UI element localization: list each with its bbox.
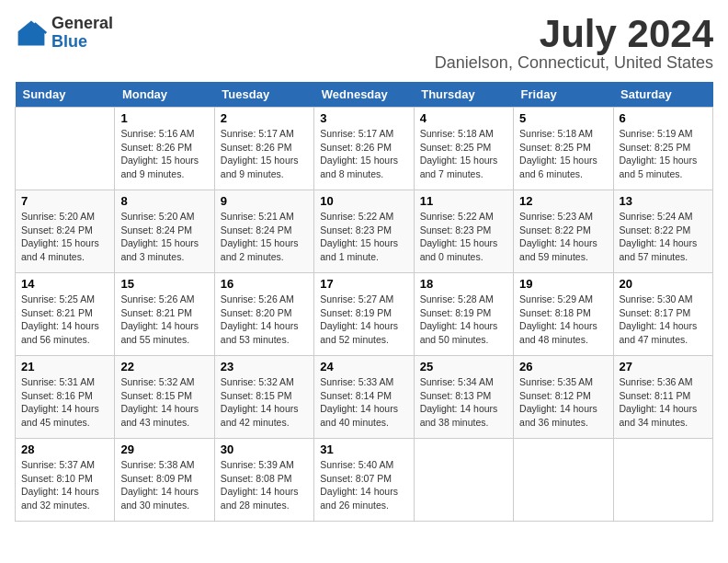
- day-number: 28: [21, 442, 108, 456]
- svg-marker-0: [18, 20, 45, 45]
- day-number: 13: [620, 194, 707, 208]
- day-info: Sunrise: 5:32 AM Sunset: 8:15 PM Dayligh…: [221, 375, 308, 430]
- calendar-cell: 12Sunrise: 5:23 AM Sunset: 8:22 PM Dayli…: [514, 190, 613, 273]
- calendar-cell: 18Sunrise: 5:28 AM Sunset: 8:19 PM Dayli…: [414, 273, 513, 356]
- calendar-cell: 22Sunrise: 5:32 AM Sunset: 8:15 PM Dayli…: [115, 356, 214, 439]
- calendar-cell: 27Sunrise: 5:36 AM Sunset: 8:11 PM Dayli…: [613, 356, 712, 439]
- day-number: 29: [120, 442, 208, 456]
- calendar-cell: 8Sunrise: 5:20 AM Sunset: 8:24 PM Daylig…: [115, 190, 214, 273]
- calendar-cell: 30Sunrise: 5:39 AM Sunset: 8:08 PM Dayli…: [214, 439, 313, 522]
- day-number: 21: [21, 360, 108, 373]
- day-number: 20: [620, 277, 707, 291]
- calendar-week-4: 28Sunrise: 5:37 AM Sunset: 8:10 PM Dayli…: [16, 439, 713, 522]
- day-info: Sunrise: 5:39 AM Sunset: 8:08 PM Dayligh…: [221, 458, 308, 512]
- month-title: July 2024: [435, 15, 713, 53]
- calendar-cell: 31Sunrise: 5:40 AM Sunset: 8:07 PM Dayli…: [314, 439, 414, 522]
- day-number: 14: [21, 277, 108, 291]
- calendar-header-friday: Friday: [514, 82, 613, 108]
- logo-blue-text: Blue: [51, 33, 113, 52]
- day-info: Sunrise: 5:32 AM Sunset: 8:15 PM Dayligh…: [120, 375, 208, 430]
- day-number: 8: [120, 194, 208, 208]
- calendar-header-row: SundayMondayTuesdayWednesdayThursdayFrid…: [16, 82, 713, 108]
- day-info: Sunrise: 5:17 AM Sunset: 8:26 PM Dayligh…: [320, 127, 407, 181]
- calendar-cell: [414, 439, 513, 522]
- calendar-header-wednesday: Wednesday: [314, 82, 414, 108]
- calendar-cell: 14Sunrise: 5:25 AM Sunset: 8:21 PM Dayli…: [16, 273, 115, 356]
- day-number: 24: [320, 360, 407, 373]
- day-info: Sunrise: 5:27 AM Sunset: 8:19 PM Dayligh…: [320, 293, 407, 347]
- calendar-cell: 26Sunrise: 5:35 AM Sunset: 8:12 PM Dayli…: [514, 356, 613, 439]
- calendar-cell: 17Sunrise: 5:27 AM Sunset: 8:19 PM Dayli…: [314, 273, 414, 356]
- calendar-body: 1Sunrise: 5:16 AM Sunset: 8:26 PM Daylig…: [16, 108, 713, 522]
- calendar-cell: [613, 439, 712, 522]
- day-info: Sunrise: 5:16 AM Sunset: 8:26 PM Dayligh…: [120, 127, 208, 181]
- day-number: 2: [221, 111, 308, 125]
- calendar-cell: 4Sunrise: 5:18 AM Sunset: 8:25 PM Daylig…: [414, 108, 513, 190]
- calendar-cell: 16Sunrise: 5:26 AM Sunset: 8:20 PM Dayli…: [214, 273, 313, 356]
- day-info: Sunrise: 5:17 AM Sunset: 8:26 PM Dayligh…: [221, 127, 308, 181]
- day-info: Sunrise: 5:30 AM Sunset: 8:17 PM Dayligh…: [620, 293, 707, 347]
- day-number: 16: [221, 277, 308, 291]
- day-number: 31: [320, 442, 407, 456]
- logo-general-text: General: [51, 15, 113, 33]
- calendar-cell: [514, 439, 613, 522]
- calendar-cell: 24Sunrise: 5:33 AM Sunset: 8:14 PM Dayli…: [314, 356, 414, 439]
- day-number: 27: [620, 360, 707, 373]
- day-info: Sunrise: 5:28 AM Sunset: 8:19 PM Dayligh…: [420, 293, 507, 347]
- day-number: 26: [519, 360, 607, 373]
- day-info: Sunrise: 5:18 AM Sunset: 8:25 PM Dayligh…: [420, 127, 507, 181]
- day-info: Sunrise: 5:31 AM Sunset: 8:16 PM Dayligh…: [21, 375, 108, 430]
- day-number: 9: [221, 194, 308, 208]
- calendar-week-3: 21Sunrise: 5:31 AM Sunset: 8:16 PM Dayli…: [16, 356, 713, 439]
- day-info: Sunrise: 5:33 AM Sunset: 8:14 PM Dayligh…: [320, 375, 407, 430]
- calendar-cell: 1Sunrise: 5:16 AM Sunset: 8:26 PM Daylig…: [115, 108, 214, 190]
- day-info: Sunrise: 5:35 AM Sunset: 8:12 PM Dayligh…: [519, 375, 607, 430]
- day-number: 15: [120, 277, 208, 291]
- header: General Blue July 2024 Danielson, Connec…: [15, 15, 713, 73]
- calendar-week-1: 7Sunrise: 5:20 AM Sunset: 8:24 PM Daylig…: [16, 190, 713, 273]
- day-info: Sunrise: 5:38 AM Sunset: 8:09 PM Dayligh…: [120, 458, 208, 512]
- logo-icon: [15, 17, 48, 50]
- calendar-cell: 13Sunrise: 5:24 AM Sunset: 8:22 PM Dayli…: [613, 190, 712, 273]
- day-info: Sunrise: 5:21 AM Sunset: 8:24 PM Dayligh…: [221, 210, 308, 264]
- calendar-cell: 7Sunrise: 5:20 AM Sunset: 8:24 PM Daylig…: [16, 190, 115, 273]
- day-number: 11: [420, 194, 507, 208]
- calendar-header-saturday: Saturday: [613, 82, 712, 108]
- day-number: 12: [519, 194, 607, 208]
- calendar-cell: 15Sunrise: 5:26 AM Sunset: 8:21 PM Dayli…: [115, 273, 214, 356]
- calendar-cell: 11Sunrise: 5:22 AM Sunset: 8:23 PM Dayli…: [414, 190, 513, 273]
- logo-text: General Blue: [51, 15, 113, 52]
- calendar-header-thursday: Thursday: [414, 82, 513, 108]
- calendar-cell: [16, 108, 115, 190]
- day-info: Sunrise: 5:24 AM Sunset: 8:22 PM Dayligh…: [620, 210, 707, 264]
- title-area: July 2024 Danielson, Connecticut, United…: [435, 15, 713, 73]
- day-number: 3: [320, 111, 407, 125]
- calendar-cell: 2Sunrise: 5:17 AM Sunset: 8:26 PM Daylig…: [214, 108, 313, 190]
- calendar-cell: 9Sunrise: 5:21 AM Sunset: 8:24 PM Daylig…: [214, 190, 313, 273]
- day-number: 30: [221, 442, 308, 456]
- day-info: Sunrise: 5:26 AM Sunset: 8:21 PM Dayligh…: [120, 293, 208, 347]
- calendar-cell: 21Sunrise: 5:31 AM Sunset: 8:16 PM Dayli…: [16, 356, 115, 439]
- calendar-cell: 3Sunrise: 5:17 AM Sunset: 8:26 PM Daylig…: [314, 108, 414, 190]
- day-info: Sunrise: 5:22 AM Sunset: 8:23 PM Dayligh…: [320, 210, 407, 264]
- logo: General Blue: [15, 15, 113, 52]
- day-info: Sunrise: 5:34 AM Sunset: 8:13 PM Dayligh…: [420, 375, 507, 430]
- day-number: 23: [221, 360, 308, 373]
- day-info: Sunrise: 5:37 AM Sunset: 8:10 PM Dayligh…: [21, 458, 108, 512]
- calendar-week-0: 1Sunrise: 5:16 AM Sunset: 8:26 PM Daylig…: [16, 108, 713, 190]
- day-info: Sunrise: 5:19 AM Sunset: 8:25 PM Dayligh…: [620, 127, 707, 181]
- day-number: 5: [519, 111, 607, 125]
- day-number: 4: [420, 111, 507, 125]
- day-number: 19: [519, 277, 607, 291]
- calendar-cell: 28Sunrise: 5:37 AM Sunset: 8:10 PM Dayli…: [16, 439, 115, 522]
- calendar-cell: 10Sunrise: 5:22 AM Sunset: 8:23 PM Dayli…: [314, 190, 414, 273]
- day-info: Sunrise: 5:36 AM Sunset: 8:11 PM Dayligh…: [620, 375, 707, 430]
- calendar-header-tuesday: Tuesday: [214, 82, 313, 108]
- day-number: 10: [320, 194, 407, 208]
- day-number: 18: [420, 277, 507, 291]
- day-info: Sunrise: 5:22 AM Sunset: 8:23 PM Dayligh…: [420, 210, 507, 264]
- day-number: 17: [320, 277, 407, 291]
- day-info: Sunrise: 5:18 AM Sunset: 8:25 PM Dayligh…: [519, 127, 607, 181]
- day-number: 6: [620, 111, 707, 125]
- day-info: Sunrise: 5:25 AM Sunset: 8:21 PM Dayligh…: [21, 293, 108, 347]
